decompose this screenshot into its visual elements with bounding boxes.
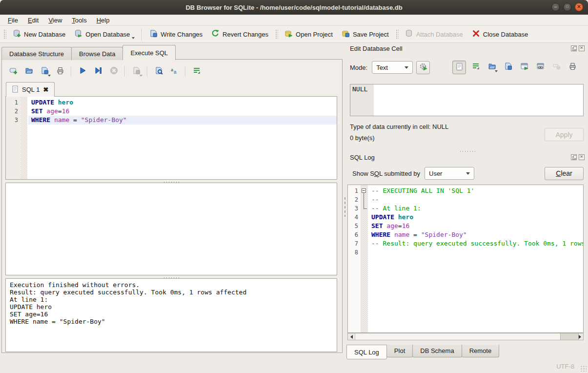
code-line-text: -- EXECUTING ALL IN 'SQL 1' (368, 186, 583, 195)
title-bar: DB Browser for SQLite - /home/user/code/… (0, 0, 588, 15)
find-replace-button[interactable] (151, 64, 166, 78)
line-number: 1 (348, 186, 361, 195)
print-button[interactable] (53, 64, 67, 78)
tab-execute-sql[interactable]: Execute SQL (122, 45, 176, 60)
mode-select[interactable]: Text (372, 61, 413, 74)
toolbar-button-label: New Database (24, 31, 65, 38)
close-database-button[interactable]: Close Database (467, 27, 533, 41)
bottom-tab-plot[interactable]: Plot (386, 345, 413, 357)
toolbar-drag-handle (395, 29, 399, 40)
print-button[interactable] (566, 61, 579, 73)
line-number: 7 (348, 239, 361, 248)
revert-changes-icon (211, 29, 220, 39)
import-data-button[interactable] (486, 61, 498, 73)
dropdown-caret-icon (495, 70, 498, 72)
results-grid[interactable] (5, 183, 337, 275)
apply-cell-changes-button[interactable] (416, 61, 430, 74)
code-line-text: UPDATE hero (368, 213, 583, 222)
word-wrap-icon (472, 62, 480, 72)
open-project-button[interactable]: Open Project (280, 27, 337, 41)
format-sql-button[interactable]: aa (167, 64, 182, 78)
save-sql-file-button[interactable] (37, 64, 52, 78)
toolbar-button-label: Open Project (296, 31, 333, 38)
close-button[interactable]: ✕ (575, 3, 583, 11)
link-window-button[interactable] (534, 61, 547, 73)
open-in-window-button[interactable] (518, 61, 530, 73)
menu-item-file[interactable]: File (3, 16, 23, 25)
bottom-tab-sql-log[interactable]: SQL Log (346, 345, 387, 359)
code-line-text: WHERE name = "Spider-Boy" (368, 230, 583, 239)
execute-all-button[interactable] (75, 64, 90, 78)
word-wrap-button[interactable] (469, 61, 482, 73)
dock-splitter[interactable] (346, 149, 588, 152)
open-database-button[interactable]: Open Database (70, 27, 139, 41)
line-number: 6 (348, 230, 361, 239)
float-dock-icon[interactable] (571, 154, 577, 160)
sql-tab-label: SQL 1 (22, 86, 40, 93)
execution-message-pane[interactable]: Execution finished without errors.Result… (5, 278, 337, 352)
stop-button (106, 64, 121, 78)
print-icon (568, 62, 577, 72)
code-line: 2SET age=16 (6, 107, 337, 116)
sql-log-pane[interactable]: 1−-- EXECUTING ALL IN 'SQL 1'2--3-- At l… (347, 185, 584, 333)
scroll-left-arrow[interactable] (348, 333, 355, 340)
mode-select-value: Text (376, 64, 388, 71)
fold-marker (361, 248, 368, 257)
revert-changes-button[interactable]: Revert Changes (207, 27, 273, 41)
write-changes-button[interactable]: Write Changes (145, 27, 207, 41)
code-line-text: SET age=16 (28, 107, 337, 116)
save-sql-file-icon (41, 66, 49, 76)
message-line: At line 1: (10, 296, 333, 303)
word-wrap-button[interactable] (189, 64, 204, 78)
fold-marker (20, 107, 28, 116)
scroll-track[interactable] (355, 333, 576, 340)
cell-value-editor[interactable]: NULL (350, 84, 584, 116)
open-sql-file-icon (25, 66, 33, 76)
sql-document-icon (12, 85, 19, 94)
close-dock-icon[interactable] (579, 45, 585, 51)
menu-item-view[interactable]: View (43, 16, 67, 25)
menu-item-tools[interactable]: Tools (67, 16, 91, 25)
toolbar-separator (142, 28, 142, 40)
panel-splitter[interactable] (343, 59, 346, 353)
close-dock-icon[interactable] (579, 154, 585, 160)
close-tab-icon[interactable]: ✖ (43, 86, 48, 93)
resize-grip-icon[interactable] (580, 365, 587, 372)
tab-database-structure[interactable]: Database Structure (1, 47, 72, 60)
export-data-button[interactable] (502, 61, 514, 73)
menu-item-help[interactable]: Help (92, 16, 115, 25)
toolbar-drag-handle (3, 29, 6, 40)
new-database-button[interactable]: New Database (8, 27, 70, 41)
write-changes-icon (149, 29, 158, 39)
clear-log-button[interactable]: Clear (545, 167, 584, 180)
execute-all-icon (79, 66, 87, 76)
cell-size-info: 0 byte(s) (350, 134, 375, 142)
close-database-icon (472, 29, 480, 39)
new-sql-tab-button[interactable] (6, 64, 20, 78)
encoding-status: UTF-8 (556, 363, 574, 370)
save-project-button[interactable]: Save Project (337, 27, 393, 41)
tab-browse-data[interactable]: Browse Data (71, 47, 123, 60)
log-horizontal-scrollbar[interactable] (347, 333, 584, 340)
sql-editor[interactable]: 1UPDATE hero2SET age=163WHERE name = "Sp… (5, 96, 337, 180)
link-window-icon (536, 62, 545, 72)
menu-item-edit[interactable]: Edit (23, 16, 43, 25)
minimize-button[interactable]: – (551, 3, 560, 11)
open-sql-file-button[interactable] (21, 64, 36, 78)
bottom-tab-remote[interactable]: Remote (462, 345, 500, 357)
code-line-text: WHERE name = "Spider-Boy" (28, 116, 337, 124)
submitted-by-select[interactable]: User (425, 167, 474, 180)
code-line-text: SET age=16 (368, 222, 583, 230)
dropdown-caret-icon (48, 75, 51, 77)
mode-label: Mode: (350, 64, 367, 71)
fold-marker (20, 98, 28, 107)
text-mode-button[interactable] (452, 61, 466, 74)
bottom-tab-db-schema[interactable]: DB Schema (412, 345, 462, 357)
tab-sql-1[interactable]: SQL 1 ✖ (6, 82, 55, 97)
execute-line-button[interactable] (91, 64, 105, 78)
open-project-icon (284, 29, 293, 39)
code-line: 8 (348, 248, 583, 257)
maximize-button[interactable]: □ (563, 3, 571, 11)
float-dock-icon[interactable] (571, 45, 577, 51)
scroll-thumb[interactable] (560, 333, 579, 340)
